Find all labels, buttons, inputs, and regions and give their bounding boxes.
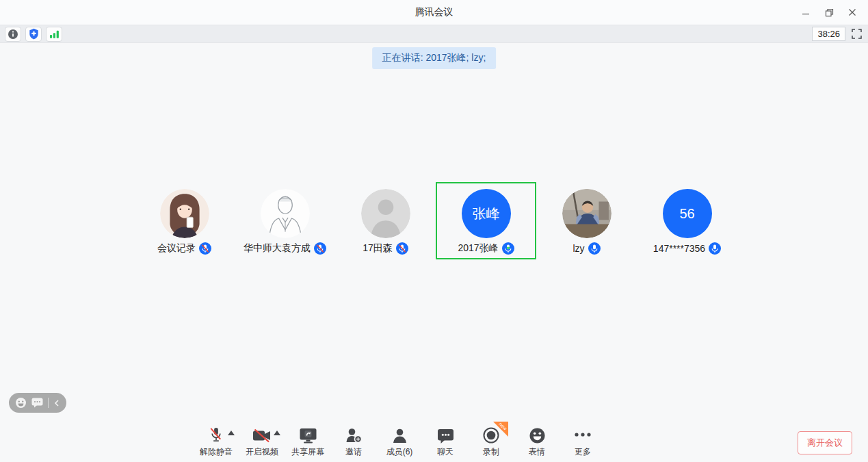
speaking-banner: 正在讲话: 2017张峰; lzy; xyxy=(372,47,497,69)
participant-tile-6[interactable]: 56 147****7356 xyxy=(637,182,737,259)
unmute-button[interactable]: 解除静音 xyxy=(196,425,237,458)
chat-icon xyxy=(437,428,454,444)
window-title: 腾讯会议 xyxy=(415,6,453,18)
video-options-chevron-up-icon[interactable] xyxy=(274,431,280,435)
reactions-button[interactable]: 表情 xyxy=(516,425,557,458)
divider xyxy=(48,398,49,408)
camera-off-icon xyxy=(252,428,272,444)
bottom-toolbar: 解除静音 开启视频 共享屏幕 邀请 xyxy=(0,422,868,462)
top-toolbar: 38:26 xyxy=(0,25,868,43)
quick-chat-button[interactable] xyxy=(31,398,43,408)
chat-button[interactable]: 聊天 xyxy=(425,425,466,458)
meeting-window: 腾讯会议 38:26 xyxy=(0,0,868,462)
avatar xyxy=(562,189,611,238)
network-signal-icon xyxy=(49,29,60,39)
start-video-button[interactable]: 开启视频 xyxy=(241,425,282,458)
meeting-timer: 38:26 xyxy=(812,27,845,41)
participant-tile-2[interactable]: 华中师大袁方成 xyxy=(235,182,335,259)
emoji-icon xyxy=(529,427,546,444)
mic-muted-icon xyxy=(207,426,225,444)
mic-muted-icon xyxy=(199,242,211,255)
participant-name: 147****7356 xyxy=(653,243,705,254)
leave-meeting-button[interactable]: 离开会议 xyxy=(798,431,852,454)
mic-options-chevron-up-icon[interactable] xyxy=(228,431,235,435)
avatar: 56 xyxy=(663,189,712,238)
avatar: 张峰 xyxy=(462,189,511,238)
titlebar: 腾讯会议 xyxy=(0,0,868,25)
emoji-icon xyxy=(15,397,27,409)
mic-muted-icon xyxy=(396,242,408,255)
fullscreen-button[interactable] xyxy=(852,29,862,39)
meeting-info-icon xyxy=(8,29,18,40)
participant-name: 17田森 xyxy=(363,242,393,255)
quick-emoji-button[interactable] xyxy=(15,397,27,409)
invite-icon xyxy=(345,427,363,444)
participant-tile-3[interactable]: 17田森 xyxy=(335,182,436,259)
participant-name: 2017张峰 xyxy=(458,242,498,255)
restore-icon xyxy=(825,8,834,17)
mic-muted-icon xyxy=(314,242,326,255)
security-shield-icon xyxy=(29,28,39,40)
quick-reaction-bar xyxy=(9,393,66,413)
avatar xyxy=(160,189,209,238)
network-quality-button[interactable] xyxy=(46,27,62,42)
participant-tile-5[interactable]: lzy xyxy=(536,182,637,259)
members-icon xyxy=(391,428,408,444)
new-badge: new xyxy=(490,422,508,440)
more-button[interactable]: 更多 xyxy=(562,425,603,458)
participant-name: 会议记录 xyxy=(157,242,196,255)
invite-button[interactable]: 邀请 xyxy=(333,425,374,458)
mic-on-icon xyxy=(709,242,721,255)
members-button[interactable]: 成员(6) xyxy=(379,425,420,458)
chevron-left-icon xyxy=(53,399,60,407)
participant-tile-1[interactable]: 会议记录 xyxy=(134,182,235,259)
participant-tile-4-active-speaker[interactable]: 张峰 2017张峰 xyxy=(436,182,536,259)
security-button[interactable] xyxy=(25,27,42,42)
participants-row: 会议记录 xyxy=(134,182,737,259)
more-dots-icon xyxy=(574,432,592,437)
restore-button[interactable] xyxy=(817,0,841,25)
meeting-info-button[interactable] xyxy=(5,27,21,42)
share-screen-button[interactable]: 共享屏幕 xyxy=(287,425,328,458)
minimize-icon xyxy=(802,8,810,16)
close-button[interactable] xyxy=(841,0,864,25)
record-button[interactable]: new 录制 xyxy=(471,425,512,458)
mic-speaking-icon xyxy=(502,242,514,255)
close-icon xyxy=(848,8,856,16)
participant-name: lzy xyxy=(573,243,584,254)
avatar xyxy=(361,189,410,238)
chat-bubble-icon xyxy=(31,398,43,408)
participant-name: 华中师大袁方成 xyxy=(244,242,311,255)
mic-on-icon xyxy=(588,242,601,255)
avatar xyxy=(261,189,310,238)
collapse-pill-button[interactable] xyxy=(53,399,60,407)
minimize-button[interactable] xyxy=(794,0,817,25)
share-screen-icon xyxy=(299,428,317,444)
fullscreen-icon xyxy=(852,29,862,39)
